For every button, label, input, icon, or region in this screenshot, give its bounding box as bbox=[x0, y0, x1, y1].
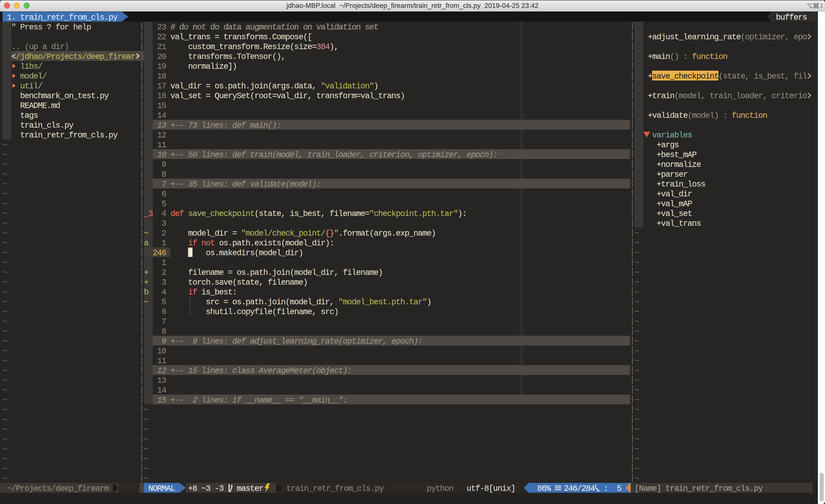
svg-text:1: 1 bbox=[820, 2, 822, 9]
